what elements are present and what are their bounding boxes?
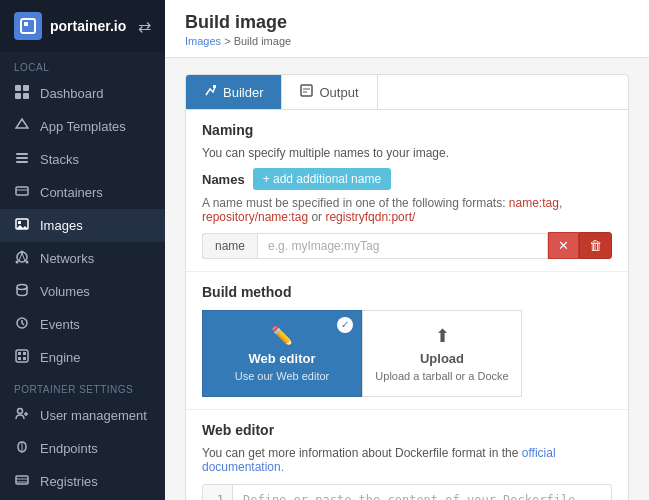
sidebar-toggle-icon[interactable]: ⇄: [138, 17, 151, 36]
svg-marker-14: [16, 225, 28, 229]
clear-name-button[interactable]: ✕: [548, 232, 579, 259]
sidebar-item-label: Events: [40, 317, 80, 332]
format-text: A name must be specified in one of the f…: [202, 196, 612, 224]
add-name-button[interactable]: + add additional name: [253, 168, 391, 190]
engine-icon: [14, 349, 30, 366]
web-editor-section: Web editor You can get more information …: [186, 410, 628, 500]
svg-rect-24: [18, 352, 21, 355]
sidebar-logo: portainer.io ⇄: [0, 0, 165, 52]
tab-bar: Builder Output: [185, 74, 629, 110]
name-tag-label: name: [202, 233, 257, 259]
sidebar-item-registries[interactable]: Registries: [0, 465, 165, 498]
sidebar-item-user-management[interactable]: User management: [0, 399, 165, 432]
naming-section: Naming You can specify multiple names to…: [186, 110, 628, 272]
svg-rect-10: [16, 187, 28, 195]
sidebar-item-engine[interactable]: Engine: [0, 341, 165, 374]
tab-output[interactable]: Output: [282, 75, 377, 109]
svg-marker-6: [16, 119, 28, 128]
svg-point-28: [18, 409, 23, 414]
naming-description: You can specify multiple names to your i…: [202, 146, 612, 160]
placeholder-code: Define or paste the content of your Dock…: [243, 493, 575, 500]
breadcrumb: Images > Build image: [185, 35, 629, 47]
dashboard-icon: [14, 85, 30, 102]
sidebar-item-app-templates[interactable]: App Templates: [0, 110, 165, 143]
name-input[interactable]: [257, 233, 548, 259]
web-editor-info-text: You can get more information about Docke…: [202, 446, 518, 460]
containers-icon: [14, 184, 30, 201]
sidebar-item-label: Networks: [40, 251, 94, 266]
line-numbers: 1: [203, 485, 233, 500]
svg-line-20: [22, 253, 25, 261]
svg-rect-8: [16, 157, 28, 159]
sidebar-item-label: Dashboard: [40, 86, 104, 101]
tab-builder[interactable]: Builder: [186, 75, 282, 109]
sidebar-item-label: Registries: [40, 474, 98, 489]
svg-rect-1: [24, 22, 28, 26]
names-row: Names + add additional name: [202, 168, 612, 190]
upload-option-icon: ⬆: [435, 325, 450, 347]
sidebar-item-dashboard[interactable]: Dashboard: [0, 77, 165, 110]
delete-name-button[interactable]: 🗑: [579, 232, 612, 259]
builder-tab-label: Builder: [223, 85, 263, 100]
images-icon: [14, 217, 30, 234]
sidebar-item-volumes[interactable]: Volumes: [0, 275, 165, 308]
sidebar-local-label: LOCAL: [0, 52, 165, 77]
svg-line-19: [19, 253, 22, 261]
svg-rect-32: [16, 476, 28, 484]
app-templates-icon: [14, 118, 30, 135]
sidebar-item-networks[interactable]: Networks: [0, 242, 165, 275]
sidebar: portainer.io ⇄ LOCAL Dashboard App Templ…: [0, 0, 165, 500]
web-editor-option-desc: Use our Web editor: [235, 370, 330, 382]
logo-icon: [14, 12, 42, 40]
registries-icon: [14, 473, 30, 490]
sidebar-item-label: App Templates: [40, 119, 126, 134]
svg-rect-36: [213, 85, 216, 88]
names-label: Names: [202, 172, 245, 187]
sidebar-item-stacks[interactable]: Stacks: [0, 143, 165, 176]
breadcrumb-separator: >: [224, 35, 230, 47]
format-code1: name:tag: [509, 196, 559, 210]
svg-rect-25: [23, 352, 26, 355]
sidebar-item-endpoints[interactable]: Endpoints: [0, 432, 165, 465]
svg-rect-2: [15, 85, 21, 91]
web-editor-title: Web editor: [202, 422, 612, 438]
sidebar-item-label: Stacks: [40, 152, 79, 167]
upload-option-desc: Upload a tarball or a Docke: [375, 370, 508, 382]
stacks-icon: [14, 151, 30, 168]
sidebar-item-label: User management: [40, 408, 147, 423]
svg-rect-3: [23, 85, 29, 91]
svg-rect-5: [23, 93, 29, 99]
page-title: Build image: [185, 12, 629, 33]
sidebar-item-events[interactable]: Events: [0, 308, 165, 341]
format-sep2: or: [308, 210, 325, 224]
breadcrumb-link[interactable]: Images: [185, 35, 221, 47]
logo-text: portainer.io: [50, 18, 126, 34]
panel: Naming You can specify multiple names to…: [185, 110, 629, 500]
build-option-web-editor[interactable]: ✏️ Web editor Use our Web editor: [202, 310, 362, 397]
events-icon: [14, 316, 30, 333]
svg-point-21: [17, 285, 27, 290]
format-code2: repository/name:tag: [202, 210, 308, 224]
sidebar-item-label: Images: [40, 218, 83, 233]
svg-point-17: [16, 261, 19, 264]
sidebar-item-label: Engine: [40, 350, 80, 365]
svg-rect-9: [16, 161, 28, 163]
build-option-upload[interactable]: ⬆ Upload Upload a tarball or a Docke: [362, 310, 522, 397]
web-editor-option-title: Web editor: [249, 351, 316, 366]
breadcrumb-current: Build image: [234, 35, 291, 47]
line-number: 1: [211, 493, 224, 500]
sidebar-item-images[interactable]: Images: [0, 209, 165, 242]
code-content[interactable]: Define or paste the content of your Dock…: [233, 485, 611, 500]
svg-point-18: [26, 261, 29, 264]
sidebar-item-containers[interactable]: Containers: [0, 176, 165, 209]
name-input-row: name ✕ 🗑: [202, 232, 612, 259]
upload-option-title: Upload: [420, 351, 464, 366]
sidebar-settings-label: PORTAINER SETTINGS: [0, 374, 165, 399]
code-editor: 1 Define or paste the content of your Do…: [202, 484, 612, 500]
web-editor-info: You can get more information about Docke…: [202, 446, 612, 474]
svg-rect-4: [15, 93, 21, 99]
format-prefix: A name must be specified in one of the f…: [202, 196, 506, 210]
svg-rect-13: [18, 221, 21, 224]
sidebar-item-label: Volumes: [40, 284, 90, 299]
endpoints-icon: [14, 440, 30, 457]
